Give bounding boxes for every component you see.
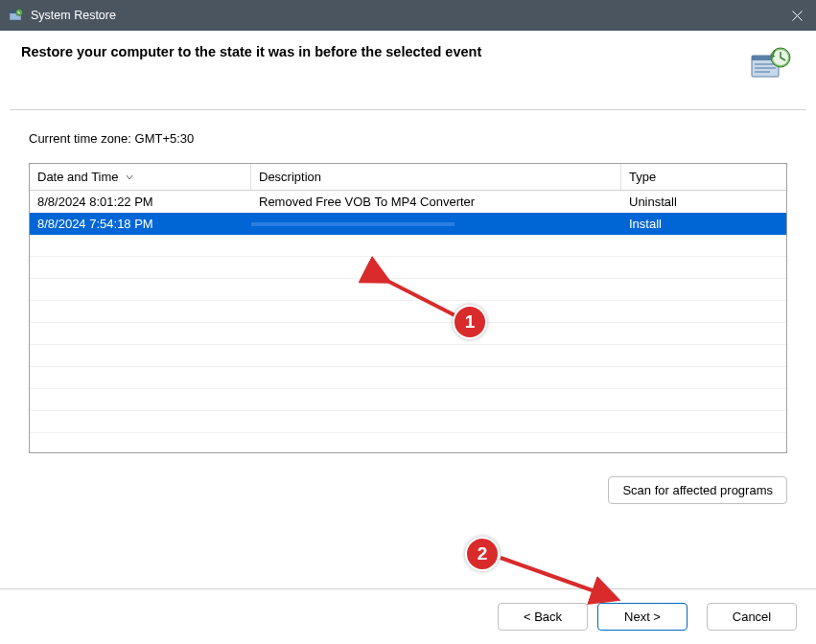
svg-rect-6 [755, 67, 776, 69]
restore-points-list[interactable]: Date and Time Description Type 8/8/2024 … [29, 163, 787, 453]
timezone-label: Current time zone: GMT+5:30 [29, 131, 787, 146]
list-header: Date and Time Description Type [30, 164, 786, 191]
titlebar: System Restore [0, 0, 816, 31]
empty-row [30, 367, 786, 389]
cell-description [251, 222, 621, 226]
cell-type: Uninstall [621, 193, 770, 211]
titlebar-title: System Restore [31, 9, 808, 22]
restore-header-icon [749, 44, 791, 86]
wizard-footer: < Back Next > Cancel [0, 588, 816, 644]
empty-row [30, 301, 786, 323]
empty-row [30, 389, 786, 411]
cell-type: Install [621, 215, 770, 233]
cell-description: Removed Free VOB To MP4 Converter [251, 193, 621, 211]
back-button[interactable]: < Back [498, 603, 588, 631]
close-button[interactable] [778, 0, 816, 31]
svg-rect-7 [755, 71, 770, 73]
system-restore-icon [8, 8, 23, 23]
next-button[interactable]: Next > [597, 603, 688, 631]
column-header-description-label: Description [259, 170, 321, 184]
column-header-description[interactable]: Description [251, 164, 621, 190]
list-body: 8/8/2024 8:01:22 PM Removed Free VOB To … [30, 191, 786, 453]
svg-point-2 [16, 10, 23, 16]
empty-row [30, 345, 786, 367]
page-title: Restore your computer to the state it wa… [21, 44, 481, 59]
scan-button-row: Scan for affected programs [29, 476, 787, 504]
cell-date: 8/8/2024 7:54:18 PM [30, 215, 251, 233]
cell-date: 8/8/2024 8:01:22 PM [30, 193, 251, 211]
wizard-header: Restore your computer to the state it wa… [0, 31, 816, 100]
empty-row [30, 411, 786, 433]
column-header-date[interactable]: Date and Time [30, 164, 251, 190]
empty-row [30, 235, 786, 257]
empty-row [30, 323, 786, 345]
column-header-type[interactable]: Type [621, 164, 770, 190]
sort-descending-icon [125, 172, 134, 182]
empty-row [30, 279, 786, 301]
column-header-type-label: Type [629, 170, 656, 184]
scan-affected-programs-button[interactable]: Scan for affected programs [608, 476, 787, 504]
content-area: Current time zone: GMT+5:30 Date and Tim… [0, 110, 816, 504]
cancel-button[interactable]: Cancel [707, 603, 797, 631]
column-header-date-label: Date and Time [37, 170, 119, 184]
annotation-badge-2: 2 [465, 537, 500, 571]
table-row[interactable]: 8/8/2024 7:54:18 PM Install [30, 213, 786, 235]
empty-row [30, 257, 786, 279]
empty-row [30, 433, 786, 453]
annotation-badge-2-label: 2 [465, 537, 500, 571]
table-row[interactable]: 8/8/2024 8:01:22 PM Removed Free VOB To … [30, 191, 786, 213]
